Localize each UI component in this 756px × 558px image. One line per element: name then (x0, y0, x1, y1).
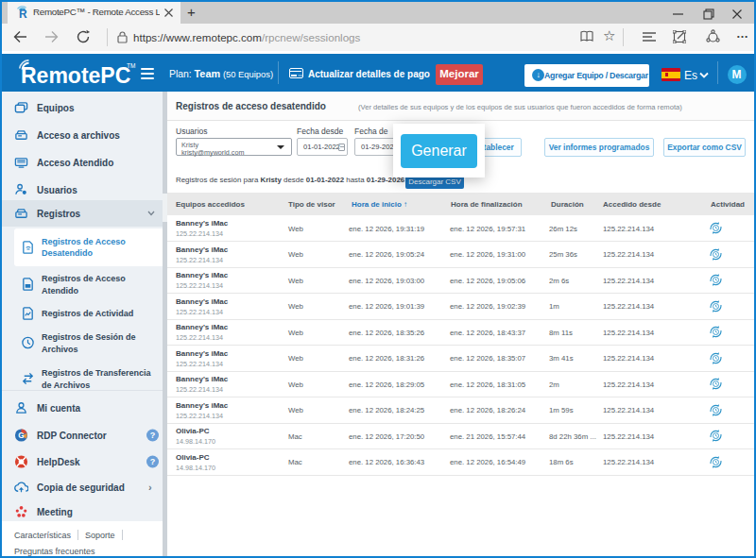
svg-text:RemotePC: RemotePC (21, 63, 130, 88)
svg-text:G: G (18, 431, 25, 440)
svg-text:TM: TM (127, 62, 135, 69)
